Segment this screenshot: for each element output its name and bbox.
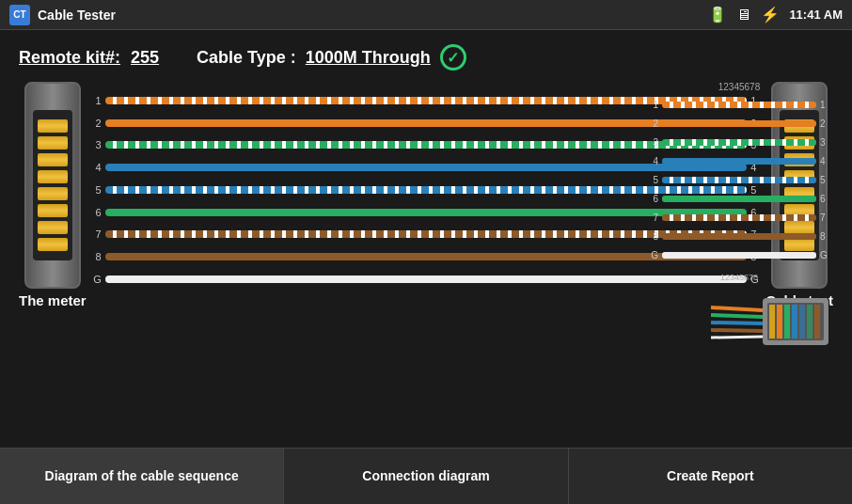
ref-wire-5 xyxy=(662,177,816,183)
ref-right-4: 4 xyxy=(820,156,833,166)
cable-type-value: 1000M Through xyxy=(306,48,431,68)
plug-thumbnail-area: 12345678 xyxy=(645,273,833,363)
ref-left-g: G xyxy=(645,250,658,260)
svg-line-9 xyxy=(711,307,763,310)
wire-num-left-7: 7 xyxy=(87,228,102,240)
ref-left-7: 7 xyxy=(645,213,658,223)
svg-line-10 xyxy=(711,315,763,317)
status-bar-left: CT Cable Tester xyxy=(9,5,116,25)
ref-left-3: 3 xyxy=(645,137,658,148)
ref-row-7: 7 7 xyxy=(645,209,833,226)
wire-num-left-3: 3 xyxy=(87,139,102,150)
ref-pin-numbers: 12345678 xyxy=(645,82,833,92)
ref-wire-1 xyxy=(662,102,816,108)
pin-1 xyxy=(38,119,68,133)
network-icon: 🖥 xyxy=(736,7,751,24)
ref-left-2: 2 xyxy=(645,118,658,129)
svg-rect-8 xyxy=(814,305,820,339)
btn-create-report[interactable]: Create Report xyxy=(569,449,852,504)
wire-num-left-8: 8 xyxy=(87,251,102,262)
plug-pin-label: 12345678 xyxy=(645,273,833,282)
wire-num-left-6: 6 xyxy=(87,207,102,218)
ref-left-1: 1 xyxy=(645,100,658,110)
ref-right-6: 6 xyxy=(820,194,833,204)
ref-right-g: G xyxy=(820,250,833,260)
ref-left-4: 4 xyxy=(645,156,658,166)
app-title: Cable Tester xyxy=(38,8,116,23)
bottom-toolbar: Diagram of the cable sequence Connection… xyxy=(0,448,852,504)
ref-row-4: 4 4 xyxy=(645,152,833,169)
ref-right-7: 7 xyxy=(820,213,833,223)
cable-type-label: Cable Type : xyxy=(197,48,296,68)
ref-wire-7 xyxy=(662,214,816,221)
ref-row-8: 8 8 xyxy=(645,228,833,244)
pin-8 xyxy=(38,238,68,251)
svg-rect-7 xyxy=(807,305,813,339)
pin-2 xyxy=(38,136,68,150)
left-connector-label: The meter xyxy=(19,292,87,308)
pin-5 xyxy=(38,187,68,200)
ref-right-1: 1 xyxy=(820,100,833,110)
remote-kit-value: 255 xyxy=(131,48,159,67)
wire-num-left-2: 2 xyxy=(87,118,102,129)
ref-wire-g xyxy=(662,252,816,259)
pin-4 xyxy=(38,170,68,183)
ref-left-8: 8 xyxy=(645,231,658,242)
header-row: Remote kit#: 255 Cable Type : 1000M Thro… xyxy=(19,44,833,71)
ref-row-g: G G xyxy=(645,246,833,263)
btn-connection-diagram[interactable]: Connection diagram xyxy=(284,449,568,504)
wire-num-left-1: 1 xyxy=(87,95,102,106)
wire-num-left-4: 4 xyxy=(87,162,102,173)
svg-rect-5 xyxy=(792,305,797,339)
ref-right-8: 8 xyxy=(820,231,833,242)
check-circle: ✓ xyxy=(440,44,466,71)
ref-left-6: 6 xyxy=(645,194,658,204)
wire-num-left-5: 5 xyxy=(87,184,102,196)
ref-row-3: 3 3 xyxy=(645,134,833,150)
left-connector-group: The meter xyxy=(19,82,87,308)
svg-line-13 xyxy=(711,337,763,338)
remote-kit: Remote kit#: 255 xyxy=(19,48,159,68)
reference-diagram: 12345678 1 1 2 2 3 3 4 4 5 xyxy=(645,82,833,363)
svg-line-12 xyxy=(711,330,763,331)
plug-diagram-svg xyxy=(711,284,833,359)
ref-row-1: 1 1 xyxy=(645,96,833,113)
power-icon: ⚡ xyxy=(761,6,780,24)
wire-num-left-g: G xyxy=(87,274,102,285)
time-display: 11:41 AM xyxy=(789,8,843,22)
status-bar-right: 🔋 🖥 ⚡ 11:41 AM xyxy=(708,6,843,24)
ref-row-5: 5 5 xyxy=(645,171,833,188)
ref-right-3: 3 xyxy=(820,137,833,148)
ref-row-6: 6 6 xyxy=(645,190,833,207)
main-content: Remote kit#: 255 Cable Type : 1000M Thro… xyxy=(0,30,852,448)
pin-7 xyxy=(38,221,68,234)
left-connector xyxy=(24,82,81,289)
btn-diagram-sequence[interactable]: Diagram of the cable sequence xyxy=(0,449,284,504)
svg-rect-6 xyxy=(799,305,805,339)
ref-right-5: 5 xyxy=(820,175,833,185)
ref-wire-3 xyxy=(662,139,816,146)
left-connector-inner xyxy=(33,110,72,260)
status-bar: CT Cable Tester 🔋 🖥 ⚡ 11:41 AM xyxy=(0,0,852,30)
battery-icon: 🔋 xyxy=(708,6,727,24)
pin-3 xyxy=(38,153,68,166)
svg-rect-4 xyxy=(784,305,790,339)
ref-wire-2 xyxy=(662,120,816,127)
svg-rect-3 xyxy=(777,305,782,339)
ref-right-2: 2 xyxy=(820,118,833,129)
svg-rect-2 xyxy=(769,305,775,339)
ref-row-2: 2 2 xyxy=(645,115,833,132)
ref-left-5: 5 xyxy=(645,175,658,185)
remote-kit-label: Remote kit#: xyxy=(19,48,120,67)
cable-type: Cable Type : 1000M Through ✓ xyxy=(197,44,466,71)
ref-wire-8 xyxy=(662,233,816,240)
svg-line-11 xyxy=(711,323,763,323)
app-icon: CT xyxy=(9,5,30,25)
pin-6 xyxy=(38,204,68,217)
ref-wire-6 xyxy=(662,196,816,202)
diagram-area: The meter 1 1 2 2 3 3 xyxy=(19,82,833,308)
ref-wire-4 xyxy=(662,158,816,165)
